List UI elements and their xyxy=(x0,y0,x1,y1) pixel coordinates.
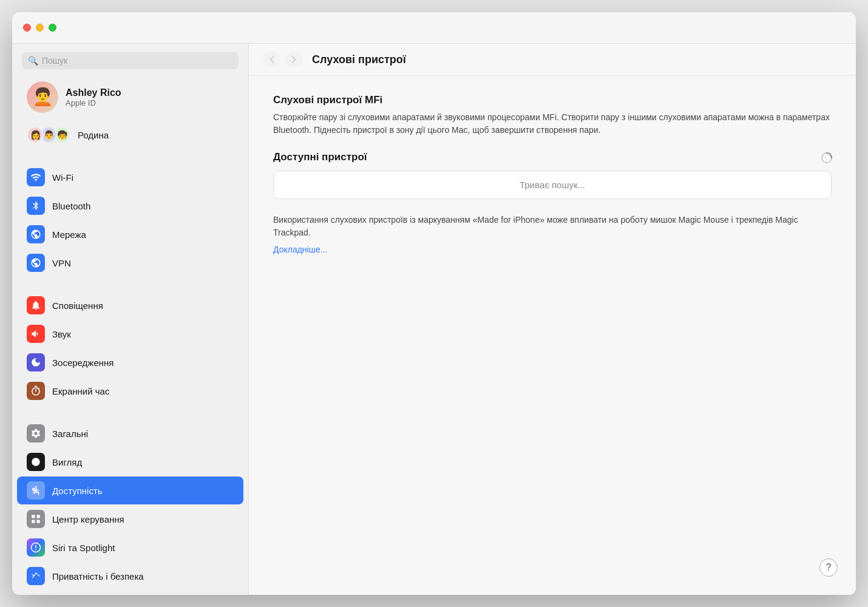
sidebar-section-system: Загальні Вигляд xyxy=(12,419,248,591)
svg-rect-5 xyxy=(37,520,40,523)
close-button[interactable] xyxy=(23,24,31,32)
sidebar-label-accessibility: Доступність xyxy=(52,486,103,496)
svg-rect-3 xyxy=(37,515,40,518)
sidebar-label-wifi: Wi-Fi xyxy=(52,172,73,183)
sidebar-item-bluetooth[interactable]: Bluetooth xyxy=(17,192,243,220)
nav-bar: Слухові пристрої xyxy=(249,44,856,76)
main-scroll: Слухові пристрої MFi Створюйте пару зі с… xyxy=(249,76,856,595)
forward-button[interactable] xyxy=(285,51,302,68)
page-title: Слухові пристрої xyxy=(312,53,406,66)
mfi-section-title: Слухові пристрої MFi xyxy=(273,94,832,106)
user-subtitle: Apple ID xyxy=(66,98,121,107)
sidebar-item-focus[interactable]: Зосередження xyxy=(17,348,243,376)
maximize-button[interactable] xyxy=(49,24,56,32)
wifi-icon xyxy=(27,168,45,186)
sidebar-item-wifi[interactable]: Wi-Fi xyxy=(17,163,243,191)
sound-icon xyxy=(27,325,45,343)
svg-rect-4 xyxy=(32,520,35,523)
focus-icon xyxy=(27,353,45,371)
network-icon xyxy=(27,225,45,243)
searching-text: Триває пошук... xyxy=(520,180,585,190)
mfi-section-description: Створюйте пару зі слуховими апаратами й … xyxy=(273,111,832,137)
sidebar-section-media: Сповіщення Звук xyxy=(12,291,248,405)
sidebar-item-network[interactable]: Мережа xyxy=(17,220,243,248)
family-label: Родина xyxy=(78,130,109,140)
sidebar-label-vpn: VPN xyxy=(52,258,71,268)
appearance-icon xyxy=(27,453,45,471)
sidebar-item-privacy[interactable]: Приватність і безпека xyxy=(17,562,243,590)
sidebar-label-sound: Звук xyxy=(52,329,71,339)
avatar: 🧑‍🦱 xyxy=(27,81,58,113)
accessibility-icon xyxy=(27,481,45,500)
privacy-icon xyxy=(27,567,45,585)
traffic-lights xyxy=(23,24,56,32)
searching-status: Триває пошук... xyxy=(273,171,832,199)
sidebar-label-general: Загальні xyxy=(52,429,88,439)
family-avatar-1: 👩 xyxy=(27,126,44,143)
sidebar-item-screentime[interactable]: Екранний час xyxy=(17,377,243,405)
main-content-wrapper: Слухові пристрої Слухові пристрої MFi Ст… xyxy=(249,44,856,595)
siri-icon xyxy=(27,538,45,557)
sidebar-item-general[interactable]: Загальні xyxy=(17,419,243,447)
available-devices-header: Доступні пристрої xyxy=(273,151,832,163)
main-content: Слухові пристрої Слухові пристрої MFi Ст… xyxy=(249,44,856,595)
search-placeholder: Пошук xyxy=(42,56,67,66)
info-text: Використання слухових пристроїв із марку… xyxy=(273,214,832,239)
learn-more-link[interactable]: Докладніше... xyxy=(273,245,327,254)
sidebar-item-vpn[interactable]: VPN xyxy=(17,249,243,277)
sidebar-label-focus: Зосередження xyxy=(52,358,114,368)
sidebar: 🔍 Пошук 🧑‍🦱 Ashley Rico Apple ID 👩 👨 � xyxy=(12,44,249,595)
main-window: 🔍 Пошук 🧑‍🦱 Ashley Rico Apple ID 👩 👨 � xyxy=(12,12,856,595)
sidebar-label-bluetooth: Bluetooth xyxy=(52,201,90,211)
family-section[interactable]: 👩 👨 🧒 Родина xyxy=(17,121,243,148)
back-button[interactable] xyxy=(263,51,280,68)
sidebar-item-accessibility[interactable]: Доступність xyxy=(17,476,243,504)
sidebar-label-controlcenter: Центр керування xyxy=(52,514,124,524)
loading-spinner xyxy=(821,152,832,163)
svg-point-1 xyxy=(35,486,37,488)
search-bar[interactable]: 🔍 Пошук xyxy=(22,52,239,69)
sidebar-item-sound[interactable]: Звук xyxy=(17,320,243,348)
notifications-icon xyxy=(27,296,45,314)
sidebar-label-screentime: Екранний час xyxy=(52,386,109,396)
controlcenter-icon xyxy=(27,510,45,528)
user-name: Ashley Rico xyxy=(66,87,121,98)
user-info: Ashley Rico Apple ID xyxy=(66,87,121,107)
user-profile[interactable]: 🧑‍🦱 Ashley Rico Apple ID xyxy=(17,75,243,121)
content-area: 🔍 Пошук 🧑‍🦱 Ashley Rico Apple ID 👩 👨 � xyxy=(12,44,856,595)
screentime-icon xyxy=(27,382,45,400)
svg-point-0 xyxy=(32,458,40,466)
sidebar-label-network: Мережа xyxy=(52,229,86,240)
help-button[interactable]: ? xyxy=(819,558,838,577)
bluetooth-icon xyxy=(27,197,45,215)
available-devices-title: Доступні пристрої xyxy=(273,151,367,163)
minimize-button[interactable] xyxy=(36,24,44,32)
sidebar-label-notifications: Сповіщення xyxy=(52,300,103,311)
general-icon xyxy=(27,424,45,443)
sidebar-label-appearance: Вигляд xyxy=(52,457,82,467)
sidebar-item-controlcenter[interactable]: Центр керування xyxy=(17,505,243,533)
sidebar-item-appearance[interactable]: Вигляд xyxy=(17,448,243,476)
sidebar-section-network: Wi-Fi Bluetooth xyxy=(12,163,248,277)
family-avatars: 👩 👨 🧒 xyxy=(27,126,67,143)
titlebar xyxy=(12,12,856,44)
search-icon: 🔍 xyxy=(28,56,38,66)
vpn-icon xyxy=(27,254,45,272)
sidebar-item-siri[interactable]: Siri та Spotlight xyxy=(17,534,243,561)
svg-rect-2 xyxy=(32,515,35,518)
sidebar-label-siri: Siri та Spotlight xyxy=(52,543,115,553)
help-icon: ? xyxy=(826,562,832,573)
sidebar-item-notifications[interactable]: Сповіщення xyxy=(17,291,243,319)
sidebar-label-privacy: Приватність і безпека xyxy=(52,571,144,582)
